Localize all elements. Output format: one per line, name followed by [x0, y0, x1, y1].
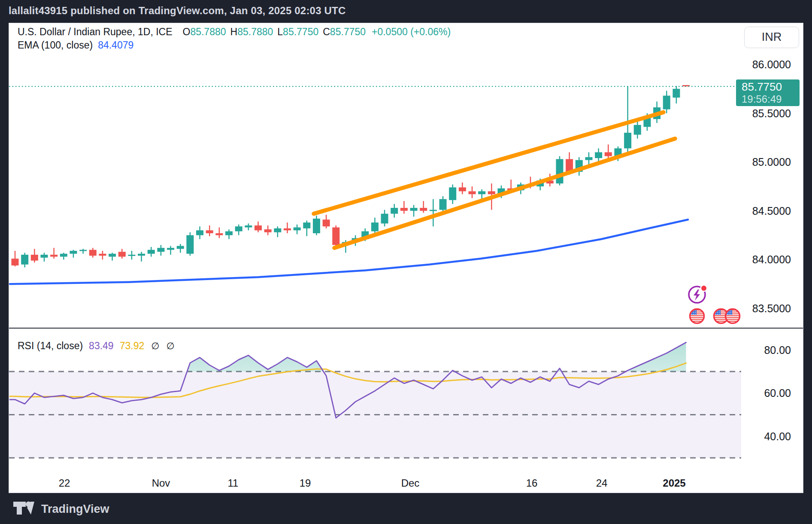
rsi-ma-value: 73.92: [120, 340, 145, 351]
candle-body: [400, 208, 408, 211]
tradingview-brand[interactable]: TradingView: [41, 503, 109, 516]
candle-body: [264, 229, 272, 232]
empty-set-icon: ∅: [166, 341, 174, 351]
currency-button[interactable]: INR: [744, 27, 799, 48]
date-tick-label: Nov: [152, 477, 170, 490]
candle-body: [255, 225, 262, 230]
candle-body: [439, 199, 447, 210]
ema-label: EMA (100, close): [18, 40, 93, 51]
candle-body: [605, 152, 612, 156]
candle-body: [196, 230, 203, 235]
candle-body: [371, 222, 379, 231]
flash-idea-icon[interactable]: [689, 285, 708, 303]
high-value: 85.7880: [237, 26, 273, 37]
candle-body: [478, 191, 485, 194]
candle-body: [663, 96, 670, 110]
candle-body: [89, 250, 97, 256]
ema-legend[interactable]: EMA (100, close)84.4079: [18, 40, 133, 51]
price-tick-label: 84.5000: [752, 204, 791, 217]
candle-body: [459, 187, 466, 191]
price-tick-label: 84.0000: [752, 253, 791, 266]
candle-body: [556, 159, 563, 183]
ema-line[interactable]: [10, 219, 688, 284]
us-flag-idea-icon[interactable]: [690, 309, 704, 323]
rsi-tick-label: 80.00: [764, 344, 791, 356]
candle-body: [673, 89, 680, 97]
low-value: 85.7750: [283, 26, 318, 37]
candle-body: [118, 252, 126, 256]
rsi-tick-label: 60.00: [764, 387, 791, 399]
rsi-label: RSI (14, close): [18, 340, 83, 351]
price-chart-canvas[interactable]: [9, 23, 804, 494]
candle-body: [12, 259, 19, 265]
rsi-legend[interactable]: RSI (14, close)83.4973.92∅∅: [18, 340, 175, 352]
open-value: 85.7880: [190, 26, 226, 37]
change-value: +0.0500 (+0.06%): [372, 26, 451, 37]
date-tick-label: 2025: [663, 477, 685, 490]
candle-body: [235, 226, 242, 231]
candlestick-series[interactable]: [12, 85, 690, 267]
tradingview-published-chart: lallalit43915 published on TradingView.c…: [0, 0, 812, 524]
candle-body: [323, 219, 330, 226]
candle-body: [148, 250, 155, 254]
candle-body: [449, 187, 456, 200]
current-price-value: 85.7750: [742, 81, 800, 93]
price-tick-label: 83.5000: [752, 302, 791, 315]
date-tick-label: 16: [526, 477, 538, 490]
tradingview-logo-icon[interactable]: [13, 501, 38, 516]
date-tick-label: 11: [228, 477, 239, 490]
rsi-tick-label: 40.00: [764, 430, 791, 443]
empty-set-icon: ∅: [151, 341, 159, 351]
candle-body: [245, 225, 252, 228]
candle-body: [138, 254, 145, 256]
candle-body: [332, 227, 339, 245]
candle-body: [303, 222, 310, 228]
candle-body: [206, 230, 213, 233]
candle-body: [381, 214, 388, 224]
bar-countdown: 19:56:49: [742, 93, 800, 105]
candle-body: [167, 248, 174, 250]
candle-body: [488, 191, 495, 194]
candle-body: [177, 246, 184, 249]
candle-body: [391, 208, 398, 214]
candle-body: [50, 255, 58, 257]
candle-body: [624, 133, 631, 148]
candle-body: [109, 254, 116, 257]
symbol-legend[interactable]: U.S. Dollar / Indian Rupee, 1D, ICEO85.7…: [18, 26, 451, 38]
candle-body: [595, 152, 602, 158]
candle-body: [157, 248, 164, 252]
high-letter: H: [230, 26, 238, 37]
candle-body: [313, 219, 320, 233]
candle-body: [40, 255, 48, 258]
candle-body: [21, 255, 28, 265]
open-letter: O: [183, 26, 191, 37]
idea-markers[interactable]: [685, 283, 750, 327]
price-tick-label: 85.0000: [752, 155, 791, 168]
candle-body: [215, 233, 223, 235]
candle-body: [294, 227, 301, 230]
chart-card: U.S. Dollar / Indian Rupee, 1D, ICEO85.7…: [9, 23, 803, 493]
date-tick-label: 19: [300, 477, 311, 490]
rsi-pane[interactable]: [9, 342, 741, 458]
candle-body: [585, 157, 592, 160]
date-tick-label: Dec: [401, 477, 420, 490]
date-tick-label: 22: [59, 477, 70, 490]
candle-body: [469, 191, 476, 194]
candle-body: [128, 255, 135, 256]
candle-body: [225, 232, 233, 235]
candle-body: [274, 228, 281, 232]
close-value: 85.7750: [330, 26, 366, 37]
candle-body: [284, 228, 291, 231]
symbol-title: U.S. Dollar / Indian Rupee, 1D, ICE: [18, 26, 173, 37]
publish-attribution: lallalit43915 published on TradingView.c…: [9, 0, 346, 21]
ema-value: 84.4079: [98, 40, 133, 51]
candle-body: [70, 251, 77, 254]
candle-body: [410, 208, 418, 211]
us-flag-idea-icon[interactable]: [726, 309, 740, 323]
current-price-flag[interactable]: 85.7750 19:56:49: [736, 79, 800, 106]
price-tick-label: 86.0000: [752, 58, 791, 71]
close-letter: C: [323, 26, 330, 37]
price-tick-label: 85.5000: [752, 107, 791, 120]
date-tick-label: 24: [596, 477, 608, 490]
candle-body: [634, 125, 641, 135]
